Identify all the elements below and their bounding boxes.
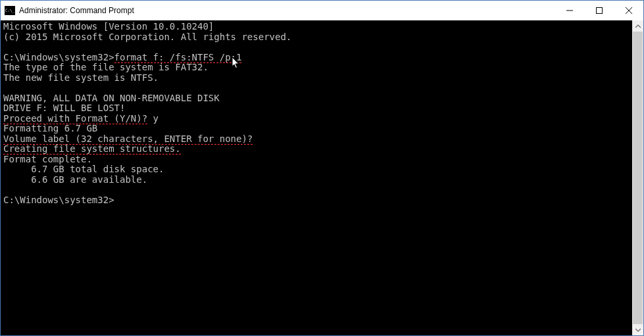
version-line: Microsoft Windows [Version 10.0.10240] (3, 21, 214, 32)
window-title: Administrator: Command Prompt (19, 6, 134, 15)
total-space-line: 6.7 GB total disk space. (3, 164, 164, 174)
scrollbar-track[interactable] (632, 32, 643, 324)
chevron-up-icon (635, 24, 641, 29)
available-space-line: 6.6 GB are available. (3, 174, 147, 185)
fs-type-line: The type of the file system is FAT32. (3, 62, 209, 72)
vertical-scrollbar[interactable] (632, 20, 643, 335)
volume-label-prompt: Volume label (32 characters, ENTER for n… (3, 133, 253, 145)
command-text: format f: /fs:NTFS /p:1 (114, 52, 242, 63)
command-prompt-window: Administrator: Command Prompt Microsoft … (0, 0, 644, 336)
terminal-area: Microsoft Windows [Version 10.0.10240] (… (1, 20, 643, 335)
scroll-up-button[interactable] (632, 20, 643, 32)
chevron-down-icon (635, 327, 641, 333)
svg-rect-1 (596, 8, 602, 14)
close-icon (626, 7, 632, 14)
window-controls (555, 1, 643, 20)
minimize-icon (566, 7, 573, 14)
copyright-line: (c) 2015 Microsoft Corporation. All righ… (3, 32, 291, 42)
prompt-path: C:\Windows\system32> (3, 195, 114, 205)
titlebar[interactable]: Administrator: Command Prompt (1, 1, 643, 20)
scrollbar-thumb[interactable] (633, 32, 643, 324)
cmd-icon (5, 6, 15, 15)
terminal-content[interactable]: Microsoft Windows [Version 10.0.10240] (… (1, 20, 632, 335)
prompt-path: C:\Windows\system32> (3, 52, 114, 62)
new-fs-line: The new file system is NTFS. (3, 72, 159, 83)
proceed-prompt: Proceed with Format (Y/N)? (3, 113, 147, 124)
warning-line-2: DRIVE F: WILL BE LOST! (3, 103, 125, 113)
format-complete-line: Format complete. (3, 154, 92, 164)
proceed-answer: y (147, 113, 159, 124)
formatting-line: Formatting 6.7 GB (3, 123, 97, 133)
minimize-button[interactable] (555, 1, 584, 20)
maximize-button[interactable] (584, 1, 614, 20)
close-button[interactable] (614, 1, 643, 20)
warning-line-1: WARNING, ALL DATA ON NON-REMOVABLE DISK (3, 93, 220, 103)
scroll-down-button[interactable] (632, 324, 643, 335)
maximize-icon (596, 7, 603, 14)
creating-structures-line: Creating file system structures. (3, 143, 181, 155)
